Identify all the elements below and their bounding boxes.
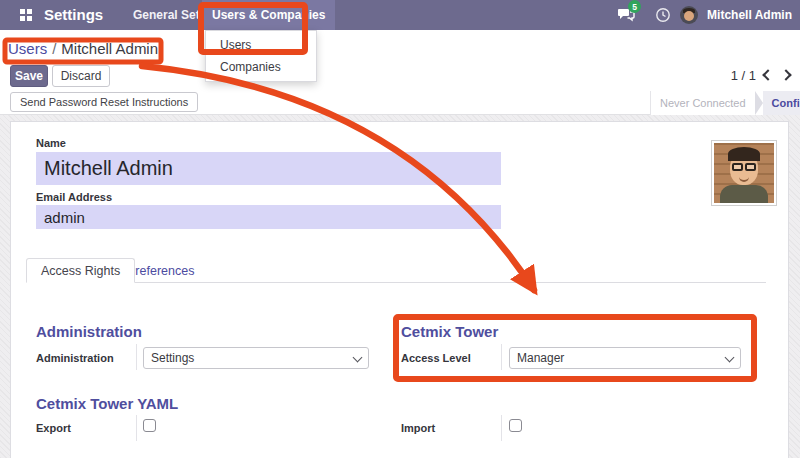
save-button[interactable]: Save [10,65,48,87]
section-title-cetmix-tower: Cetmix Tower [401,323,498,340]
chevron-down-icon [725,353,735,363]
field-separator [501,415,502,441]
top-navbar: Settings General Settings Users & Compan… [0,0,800,30]
email-field[interactable] [36,205,501,229]
glasses-icon [732,163,756,171]
app-title[interactable]: Settings [44,6,103,23]
chevron-down-icon [353,353,363,363]
pager-previous-button[interactable] [758,66,776,84]
export-label: Export [36,422,71,434]
users-companies-dropdown: Users Companies [205,30,317,82]
control-panel: Users/Mitchell Admin Save Discard Send P… [0,30,800,115]
access-level-label: Access Level [401,352,471,364]
administration-select[interactable]: Settings [143,347,369,369]
chevron-left-icon [762,69,773,80]
field-separator [501,344,502,370]
name-field[interactable] [36,152,501,185]
form-sheet: Name Email Address Access Rights Prefere… [10,121,789,458]
messages-button[interactable]: 5 [618,5,646,25]
status-arrow-separator [755,91,763,115]
dropdown-item-companies[interactable]: Companies [206,56,316,78]
discard-button[interactable]: Discard [52,65,110,87]
message-count-badge: 5 [628,0,641,13]
import-checkbox[interactable] [509,419,522,432]
status-bar: Never Connected Confirmed [650,91,800,115]
chevron-right-icon [780,69,791,80]
user-menu[interactable]: Mitchell Admin [707,8,792,22]
settings-window: Settings General Settings Users & Compan… [0,0,800,458]
avatar-photo [714,143,774,203]
field-separator [136,344,137,370]
access-level-select-value: Manager [517,351,564,365]
pager-next-button[interactable] [780,66,798,84]
breadcrumb-users-link[interactable]: Users [8,40,47,57]
breadcrumb-current: Mitchell Admin [61,40,158,57]
breadcrumb: Users/Mitchell Admin [8,40,158,57]
menu-users-companies[interactable]: Users & Companies [202,0,335,30]
import-label: Import [401,422,435,434]
section-title-cetmix-tower-yaml: Cetmix Tower YAML [36,395,178,412]
status-stage-never-connected[interactable]: Never Connected [651,91,755,115]
send-password-reset-button[interactable]: Send Password Reset Instructions [10,92,198,112]
user-avatar[interactable] [680,6,698,24]
name-label: Name [36,137,66,149]
administration-select-value: Settings [151,351,194,365]
section-title-administration: Administration [36,323,142,340]
administration-field-label: Administration [36,352,114,364]
apps-menu-icon[interactable] [20,9,32,21]
pager-value: 1 / 1 [731,68,756,83]
export-checkbox[interactable] [143,419,156,432]
field-separator [136,415,137,441]
status-stage-confirmed[interactable]: Confirmed [763,91,800,115]
dropdown-item-users[interactable]: Users [206,34,316,56]
tab-access-rights[interactable]: Access Rights [26,258,135,283]
profile-photo[interactable] [711,140,777,206]
activities-clock-icon[interactable] [655,7,671,23]
breadcrumb-separator: / [47,40,61,57]
email-label: Email Address [36,191,112,203]
access-level-select[interactable]: Manager [509,347,741,369]
